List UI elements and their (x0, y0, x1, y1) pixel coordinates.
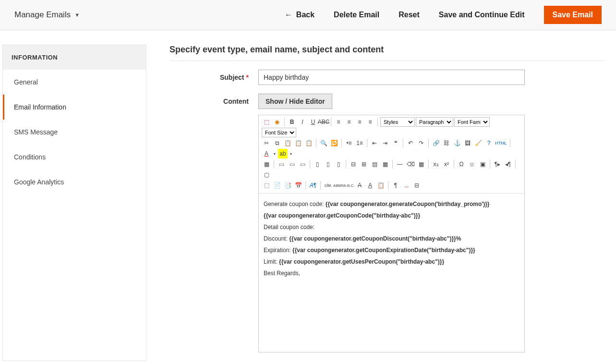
align-right-icon[interactable]: ≡ (355, 117, 364, 127)
image-icon[interactable]: 🖼 (463, 138, 472, 148)
separator-icon (454, 160, 454, 169)
remove-format-icon[interactable]: ⌫ (406, 159, 415, 169)
separator-icon (403, 139, 403, 147)
superscript-icon[interactable]: x² (442, 159, 451, 169)
reset-button[interactable]: Reset (399, 11, 420, 19)
redo-icon[interactable]: ↷ (416, 138, 426, 148)
link-icon[interactable]: 🔗 (431, 138, 441, 148)
sidebar-item-conditions[interactable]: Conditions (3, 145, 146, 170)
content-label: Content (169, 94, 258, 105)
back-button[interactable]: ← Back (285, 11, 314, 19)
blockquote-icon[interactable]: ❝ (391, 138, 400, 148)
indent-icon[interactable]: ⇥ (380, 138, 390, 148)
bold-icon[interactable]: B (287, 117, 297, 127)
bg-color-icon[interactable]: ab (278, 149, 288, 158)
manage-emails-dropdown[interactable]: Manage Emails ▼ (14, 10, 80, 20)
strikethrough-icon[interactable]: ABC (319, 117, 328, 127)
separator-icon (284, 118, 285, 126)
ltr-icon[interactable]: ¶▸ (493, 159, 502, 169)
help-icon[interactable]: ? (484, 138, 494, 148)
font-family-select[interactable]: Font Family (454, 117, 490, 127)
dropdown-icon[interactable]: ▾ (289, 149, 293, 158)
styles-select[interactable]: Styles (380, 117, 415, 127)
sidebar-item-general[interactable]: General (3, 70, 146, 95)
subscript-icon[interactable]: x₂ (431, 159, 441, 169)
bullet-list-icon[interactable]: •≡ (344, 138, 354, 148)
nonbreaking-icon[interactable]: ⎵ (401, 181, 411, 190)
col-after-icon[interactable]: ▯ (323, 159, 333, 169)
undo-icon[interactable]: ↶ (406, 138, 415, 148)
sidebar-item-label: Google Analytics (14, 178, 64, 186)
editor-content[interactable]: Generate coupon code: {{var coupongenera… (259, 194, 524, 352)
visual-aid-icon[interactable]: ▦ (416, 159, 426, 169)
attribs-icon[interactable]: 📋 (376, 181, 386, 190)
anchor-icon[interactable]: ⚓ (452, 138, 462, 148)
media-icon[interactable]: ▣ (478, 159, 487, 169)
page-heading: Specify event type, email name, subject … (169, 45, 604, 61)
delete-col-icon[interactable]: ▯ (334, 159, 343, 169)
table-icon[interactable]: ▦ (262, 159, 271, 169)
replace-icon[interactable]: 🔁 (329, 138, 339, 148)
subject-input[interactable] (258, 70, 525, 85)
cite-icon[interactable]: cite (323, 181, 333, 190)
row-props-icon[interactable]: ▤ (370, 159, 379, 169)
toggle-fullscreen-icon[interactable]: ⬚ (262, 117, 271, 127)
separator-icon (320, 181, 321, 190)
html-source-icon[interactable]: HTML (495, 138, 507, 148)
sidebar-item-email-information[interactable]: Email Information (3, 95, 146, 120)
cell-props-icon[interactable]: ▦ (380, 159, 390, 169)
row-before-icon[interactable]: ▭ (277, 159, 286, 169)
align-center-icon[interactable]: ≡ (344, 117, 354, 127)
separator-icon (367, 139, 367, 147)
save-continue-button[interactable]: Save and Continue Edit (439, 11, 525, 19)
cut-icon[interactable]: ✂ (262, 138, 271, 148)
insert-image-icon[interactable]: ◉ (272, 117, 282, 127)
emotions-icon[interactable]: ☺ (467, 159, 477, 169)
visualchars-icon[interactable]: ¶ (391, 181, 400, 190)
sidebar-item-google-analytics[interactable]: Google Analytics (3, 170, 146, 194)
align-justify-icon[interactable]: ≡ (365, 117, 375, 127)
save-email-button[interactable]: Save Email (544, 6, 602, 24)
layer-icon[interactable]: ▢ (262, 170, 271, 180)
main-panel: Specify event type, email name, subject … (169, 45, 614, 361)
align-left-icon[interactable]: ≡ (334, 117, 343, 127)
italic-icon[interactable]: I (298, 117, 307, 127)
split-cell-icon[interactable]: ⊟ (349, 159, 358, 169)
rtl-icon[interactable]: ◂¶ (503, 159, 513, 169)
underline-icon[interactable]: U (308, 117, 318, 127)
special-char-icon[interactable]: Ω (457, 159, 466, 169)
paste-text-icon[interactable]: 📋 (293, 138, 303, 148)
separator-icon (515, 160, 516, 169)
attribute-icon[interactable]: A¶ (308, 181, 318, 190)
find-icon[interactable]: 🔍 (319, 138, 328, 148)
paragraph-select[interactable]: Paragraph (416, 117, 453, 127)
col-before-icon[interactable]: ▯ (313, 159, 322, 169)
hr-icon[interactable]: — (395, 159, 405, 169)
delete-email-button[interactable]: Delete Email (334, 11, 379, 19)
del-icon[interactable]: A (355, 181, 364, 190)
select-all-icon[interactable]: ⬚ (262, 181, 271, 190)
numbered-list-icon[interactable]: 1≡ (355, 138, 364, 148)
paste-icon[interactable]: 📋 (283, 138, 292, 148)
ins-icon[interactable]: A (365, 181, 375, 190)
delete-row-icon[interactable]: ▭ (298, 159, 307, 169)
row-after-icon[interactable]: ▭ (287, 159, 297, 169)
outdent-icon[interactable]: ⇤ (370, 138, 379, 148)
template-icon[interactable]: 📑 (283, 181, 292, 190)
cleanup-icon[interactable]: 🧹 (473, 138, 483, 148)
dropdown-icon[interactable]: ▾ (272, 149, 277, 158)
pagebreak-icon[interactable]: ⊟ (412, 181, 422, 190)
copy-icon[interactable]: ⧉ (272, 138, 282, 148)
paste-word-icon[interactable]: 📋 (304, 138, 314, 148)
sidebar-item-label: SMS Message (14, 128, 58, 136)
font-size-select[interactable]: Font Size (262, 128, 296, 137)
merge-cell-icon[interactable]: ⊞ (359, 159, 369, 169)
text-color-icon[interactable]: A (262, 149, 271, 158)
date-icon[interactable]: 📅 (293, 181, 303, 190)
abbr-icon[interactable]: ABBR (334, 181, 343, 190)
acronym-icon[interactable]: A.B.C. (344, 181, 354, 190)
sidebar-item-sms-message[interactable]: SMS Message (3, 120, 146, 145)
unlink-icon[interactable]: ⛓ (442, 138, 451, 148)
new-document-icon[interactable]: 📄 (272, 181, 282, 190)
toggle-editor-button[interactable]: Show / Hide Editor (258, 94, 332, 109)
